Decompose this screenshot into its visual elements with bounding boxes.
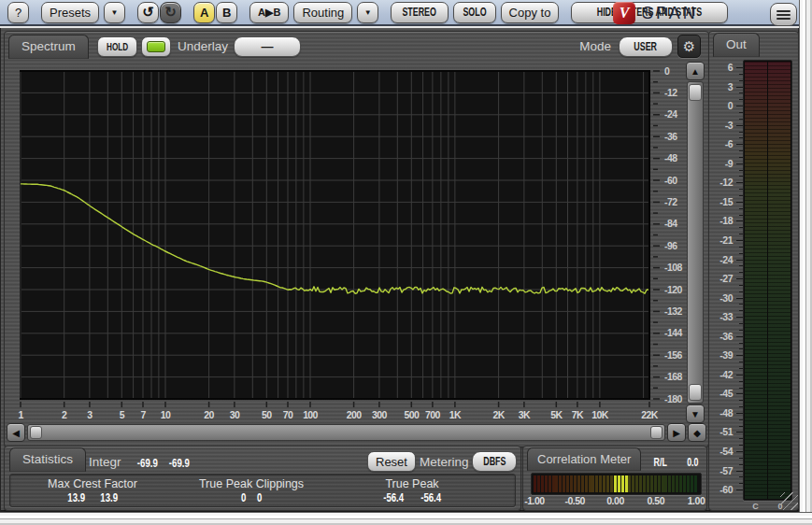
statistics-panel: Statistics Integr -69.9 -69.9 Reset Mete… [4, 446, 521, 511]
routing-button[interactable]: Routing [293, 2, 352, 23]
out-scale-label: -51 [719, 426, 733, 437]
correlation-segment [694, 475, 697, 492]
ab-compare-b-button[interactable]: B [216, 2, 237, 23]
underlay-led-button[interactable] [141, 36, 171, 57]
freq-tick-label: 500 [404, 409, 419, 420]
correlation-segment [585, 475, 588, 492]
correlation-segment [654, 475, 657, 492]
mode-select-button[interactable]: USER [619, 36, 673, 57]
correlation-segment [679, 475, 682, 492]
vertical-scrollbar: ▲ ▼ [686, 62, 705, 423]
resize-grip[interactable] [780, 492, 798, 510]
out-scale-tick [736, 413, 743, 414]
correlation-segment [676, 475, 678, 492]
stat-label: True Peak [375, 477, 449, 490]
copy-to-button[interactable]: Copy to [501, 2, 560, 23]
gear-icon: ⚙ [683, 38, 695, 55]
correlation-panel: Correlation Meter R/L 0.0 -1.00-0.500.00… [522, 446, 707, 511]
db-tick-label: -72 [664, 196, 677, 207]
settings-button[interactable]: ⚙ [677, 35, 701, 58]
help-button[interactable]: ? [7, 2, 29, 23]
routing-dropdown-button[interactable]: ▼ [357, 2, 378, 23]
tab-statistics[interactable]: Statistics [9, 447, 86, 472]
correlation-segment [650, 475, 653, 492]
stat-group: Max Crest Factor 13.913.9 [48, 477, 137, 504]
clip-indicator-label[interactable]: C [752, 502, 759, 511]
h-scroll-handle-left[interactable] [30, 426, 42, 439]
correlation-segment [577, 475, 580, 492]
db-tick-label: -60 [664, 175, 677, 186]
freq-tick-label: 1 [18, 409, 23, 420]
metering-mode-button[interactable]: DBFS [472, 451, 517, 472]
ab-compare-a-button[interactable]: A [193, 2, 215, 23]
underlay-select-button[interactable]: — [234, 36, 301, 57]
db-tick-label: -180 [664, 393, 682, 404]
scroll-right-button[interactable]: ▶ [667, 423, 686, 442]
out-scale-tick [736, 202, 743, 203]
reset-button[interactable]: Reset [367, 451, 416, 472]
v-scroll-handle-top[interactable] [689, 84, 702, 101]
out-scale-label: -24 [719, 254, 733, 265]
menu-button[interactable] [770, 3, 797, 26]
db-tick-label: -96 [664, 240, 677, 251]
hold-button[interactable]: HOLD [97, 36, 137, 57]
correlation-segment [621, 475, 624, 492]
solo-button[interactable]: SOLO [453, 2, 496, 23]
out-scale-tick [736, 278, 743, 279]
db-tick-label: -84 [664, 218, 677, 229]
freq-tick-label: 10 [161, 409, 171, 420]
correlation-segment [635, 475, 638, 492]
chevron-down-icon: ▼ [364, 8, 372, 17]
metering-label: Metering [420, 455, 469, 469]
stat-label: True Peak Clippings [199, 477, 304, 490]
h-scroll-handle-right[interactable] [650, 426, 662, 439]
db-tick-label: -168 [664, 371, 682, 382]
scroll-left-button[interactable]: ◀ [7, 423, 25, 442]
correlation-scale-label: 0.50 [648, 495, 664, 506]
db-tick-label: -156 [664, 349, 682, 361]
out-meter-panel: Out 630-3-6-9-12-15-18-21-24-27-30-33-36… [708, 31, 799, 511]
freq-tick-label: 7K [572, 409, 584, 420]
correlation-segment [683, 475, 686, 492]
out-meter-bars[interactable] [743, 60, 792, 501]
presets-dropdown-button[interactable]: ▼ [104, 2, 125, 23]
a-to-b-copy-button[interactable]: A▶B [249, 2, 289, 23]
freq-tick-label: 30 [230, 409, 240, 420]
spectrum-graph[interactable]: 1235710203050701002003005007001K2K3K5K7K… [7, 60, 706, 422]
statistics-readout-box: Max Crest Factor 13.913.9True Peak Clipp… [9, 474, 516, 507]
v-scroll-handle-bottom[interactable] [689, 384, 702, 401]
correlation-segment [591, 475, 594, 492]
correlation-value: 0.0 [687, 456, 698, 469]
tab-out[interactable]: Out [713, 33, 760, 57]
arrow-right-icon: ▶ [673, 428, 680, 438]
stereo-button[interactable]: STEREO [391, 2, 448, 23]
correlation-channel-label: R/L [653, 456, 666, 469]
correlation-segment [628, 475, 631, 492]
correlation-segment [541, 475, 544, 492]
correlation-segment [559, 475, 562, 492]
redo-button[interactable]: ↻ [160, 2, 181, 23]
arrow-left-icon: ◀ [12, 428, 20, 438]
freq-tick-label: 5K [550, 409, 563, 420]
freq-tick-label: 22K [641, 409, 658, 420]
out-scale-tick [736, 317, 743, 318]
freq-tick-label: 20 [204, 409, 214, 420]
undo-button[interactable]: ↺ [137, 2, 159, 23]
scroll-down-button[interactable]: ▼ [686, 404, 705, 423]
h-scroll-track[interactable] [27, 424, 665, 441]
out-scale-tick [736, 451, 743, 452]
tab-correlation-meter[interactable]: Correlation Meter [527, 447, 641, 471]
correlation-segment [687, 475, 690, 492]
out-scale-label: -48 [719, 407, 733, 419]
scroll-up-button[interactable]: ▲ [686, 62, 705, 80]
tab-spectrum[interactable]: Spectrum [8, 35, 89, 59]
arrow-up-icon: ▲ [691, 66, 700, 77]
db-tick-label: -12 [664, 87, 677, 98]
out-scale-tick [736, 144, 743, 145]
v-scroll-track[interactable] [687, 81, 704, 404]
presets-button[interactable]: Presets [41, 2, 99, 23]
spectrum-panel: Spectrum HOLD Underlay — Mode USER ⚙ 123… [4, 31, 709, 447]
plugin-body: Spectrum HOLD Underlay — Mode USER ⚙ 123… [0, 28, 799, 512]
zoom-reset-button[interactable]: ◆ [688, 423, 706, 442]
stat-group: True Peak Clippings 00 [199, 477, 304, 504]
